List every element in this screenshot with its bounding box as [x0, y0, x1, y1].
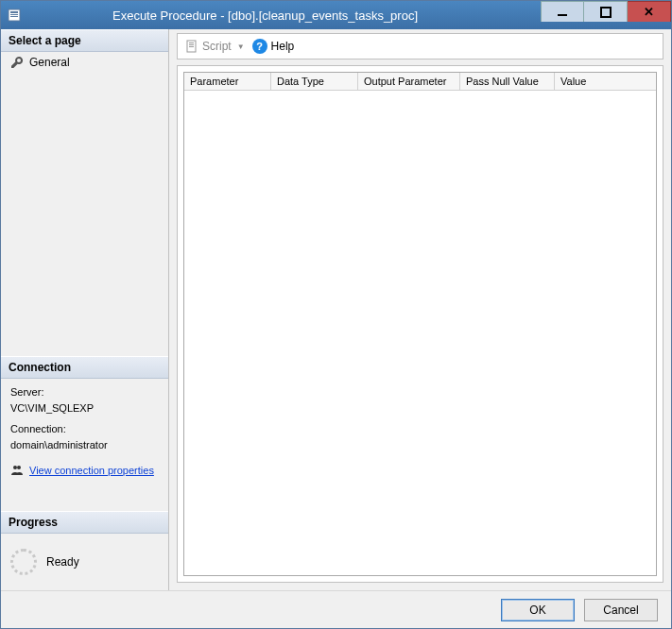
svg-rect-9 — [189, 42, 194, 43]
col-value[interactable]: Value — [555, 73, 656, 90]
footer: OK Cancel — [1, 590, 671, 628]
script-button[interactable]: Script ▼ — [185, 40, 245, 53]
connection-info: Server: VC\VIM_SQLEXP Connection: domain… — [1, 379, 168, 458]
progress-block: Ready — [1, 534, 168, 590]
svg-rect-4 — [558, 14, 567, 16]
svg-rect-3 — [10, 16, 18, 17]
connection-label: Connection: — [10, 421, 159, 437]
sidebar: Select a page General Connection Server:… — [1, 29, 169, 590]
parameter-grid[interactable]: Parameter Data Type Output Parameter Pas… — [183, 72, 657, 576]
help-button[interactable]: ? Help — [252, 39, 295, 54]
minimize-button[interactable] — [541, 1, 584, 22]
help-label: Help — [271, 40, 295, 53]
cancel-button[interactable]: Cancel — [584, 599, 658, 621]
connection-header: Connection — [1, 356, 168, 379]
titlebar: Execute Procedure - [dbo].[cleanup_event… — [1, 1, 671, 29]
grid-header-row: Parameter Data Type Output Parameter Pas… — [184, 73, 656, 91]
col-data-type[interactable]: Data Type — [271, 73, 358, 90]
svg-rect-5 — [601, 8, 611, 17]
toolbar: Script ▼ ? Help — [177, 33, 663, 60]
window-title: Execute Procedure - [dbo].[cleanup_event… — [27, 8, 541, 23]
grid-body — [184, 91, 656, 575]
col-pass-null[interactable]: Pass Null Value — [460, 73, 555, 90]
progress-status: Ready — [46, 555, 79, 569]
main-pane: Script ▼ ? Help Parameter Data Type Outp… — [169, 29, 671, 590]
svg-rect-2 — [10, 14, 18, 15]
svg-point-7 — [17, 466, 21, 469]
help-icon: ? — [252, 39, 267, 54]
script-label: Script — [202, 40, 232, 53]
script-icon — [185, 40, 198, 53]
view-connection-link[interactable]: View connection properties — [29, 465, 154, 476]
server-value: VC\VIM_SQLEXP — [10, 400, 159, 416]
svg-rect-10 — [189, 44, 194, 45]
col-output-parameter[interactable]: Output Parameter — [358, 73, 460, 90]
ok-button[interactable]: OK — [501, 599, 575, 621]
svg-rect-11 — [189, 46, 194, 47]
server-label: Server: — [10, 384, 159, 400]
grid-container: Parameter Data Type Output Parameter Pas… — [177, 65, 663, 583]
sidebar-item-general[interactable]: General — [1, 52, 168, 73]
connection-value: domain\administrator — [10, 437, 159, 453]
wrench-icon — [10, 56, 24, 69]
close-button[interactable]: ✕ — [628, 1, 671, 22]
select-page-header: Select a page — [1, 29, 168, 52]
progress-header: Progress — [1, 511, 168, 534]
maximize-button[interactable] — [584, 1, 628, 22]
col-parameter[interactable]: Parameter — [184, 73, 271, 90]
spinner-icon — [10, 549, 37, 575]
app-icon — [7, 8, 22, 23]
people-icon — [10, 464, 24, 477]
svg-rect-1 — [10, 11, 18, 13]
sidebar-item-label: General — [29, 56, 70, 69]
chevron-down-icon: ▼ — [237, 42, 245, 51]
svg-point-6 — [13, 466, 17, 469]
